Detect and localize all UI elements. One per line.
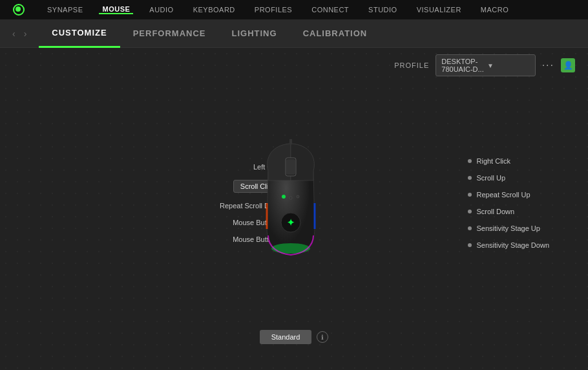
svg-point-5 [282, 195, 286, 199]
dropdown-arrow-icon: ▼ [487, 62, 530, 69]
bottom-bar: Standard ℹ [0, 323, 588, 351]
sensitivity-stage-down-text: Sensitivity Stage Down [477, 241, 550, 249]
info-icon[interactable]: ℹ [317, 331, 328, 343]
profile-label: PROFILE [394, 61, 429, 69]
profile-dropdown[interactable]: DESKTOP-780UAIC-D... ▼ [436, 54, 535, 76]
svg-rect-1 [286, 159, 295, 175]
tab-lighting[interactable]: LIGHTING [219, 19, 290, 48]
label-repeat-scroll-up[interactable]: Repeat Scroll Up [468, 191, 550, 199]
svg-point-6 [289, 197, 292, 199]
nav-macro[interactable]: MACRO [478, 6, 512, 14]
label-sensitivity-stage-down[interactable]: Sensitivity Stage Down [468, 241, 550, 249]
right-click-dot [468, 159, 472, 163]
razer-logo [6, 0, 31, 19]
tab-customize[interactable]: CUSTOMIZE [39, 19, 120, 48]
repeat-scroll-up-dot [468, 193, 472, 197]
standard-button[interactable]: Standard [260, 330, 312, 344]
profile-value: DESKTOP-780UAIC-D... [441, 58, 484, 73]
svg-text:✦: ✦ [287, 217, 295, 228]
nav-back-arrow[interactable]: ‹ [10, 27, 18, 40]
scroll-up-dot [468, 176, 472, 180]
main-content: PROFILE DESKTOP-780UAIC-D... ▼ ··· Left … [0, 48, 588, 370]
nav-mouse[interactable]: MOUSE [99, 5, 133, 14]
profile-bar: PROFILE DESKTOP-780UAIC-D... ▼ ··· [0, 48, 588, 83]
nav-visualizer[interactable]: VISUALIZER [414, 6, 465, 14]
mouse-diagram-area: Left Click Scroll Click Repeat Scroll Do… [0, 83, 588, 323]
scroll-down-text: Scroll Down [477, 208, 515, 215]
nav-forward-arrow[interactable]: › [21, 27, 30, 40]
tab-calibration[interactable]: CALIBRATION [290, 19, 381, 48]
sensitivity-stage-down-dot [468, 243, 472, 247]
scroll-up-text: Scroll Up [477, 174, 506, 182]
label-right-click[interactable]: Right Click [468, 157, 550, 165]
tab-performance[interactable]: PERFORMANCE [120, 19, 219, 48]
svg-point-2 [271, 243, 310, 254]
sensitivity-stage-up-dot [468, 226, 472, 230]
right-click-text: Right Click [477, 157, 511, 165]
mouse-image: ✦ [255, 138, 333, 268]
nav-audio[interactable]: AUDIO [146, 6, 176, 14]
repeat-scroll-up-text: Repeat Scroll Up [477, 191, 530, 199]
nav-keyboard[interactable]: KEYBOARD [190, 6, 238, 14]
nav-connect[interactable]: CONNECT [308, 6, 352, 14]
label-sensitivity-stage-up[interactable]: Sensitivity Stage Up [468, 224, 550, 232]
sensitivity-stage-up-text: Sensitivity Stage Up [477, 224, 540, 232]
label-scroll-down[interactable]: Scroll Down [468, 208, 550, 215]
scroll-down-dot [468, 210, 472, 213]
sub-nav-bar: ‹ › CUSTOMIZE PERFORMANCE LIGHTING CALIB… [0, 19, 588, 48]
profile-more-button[interactable]: ··· [542, 60, 554, 71]
nav-synapse[interactable]: SYNAPSE [44, 6, 86, 14]
top-nav-bar: SYNAPSE MOUSE AUDIO KEYBOARD PROFILES CO… [0, 0, 588, 19]
right-labels: Right Click Scroll Up Repeat Scroll Up S… [468, 157, 550, 249]
nav-arrows: ‹ › [10, 27, 29, 40]
nav-profiles[interactable]: PROFILES [251, 6, 295, 14]
nav-studio[interactable]: STUDIO [365, 6, 401, 14]
label-scroll-up[interactable]: Scroll Up [468, 174, 550, 182]
profile-user-icon [561, 58, 575, 72]
svg-point-7 [297, 195, 299, 198]
